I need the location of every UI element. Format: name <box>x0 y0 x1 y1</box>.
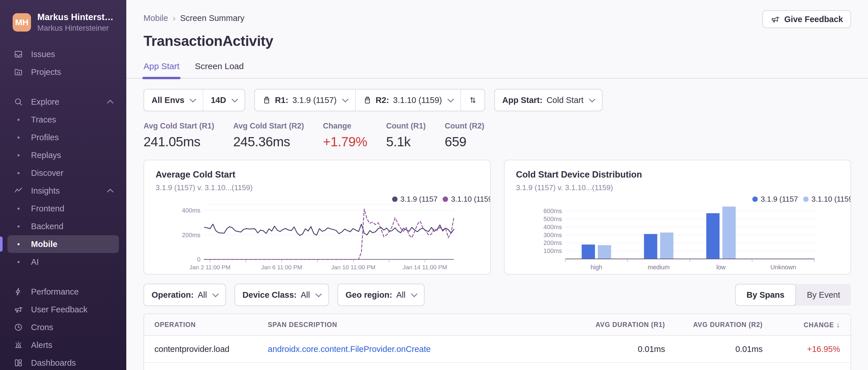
sidebar-item-ai[interactable]: AI <box>7 253 119 271</box>
sidebar-item-label: AI <box>31 257 39 267</box>
sort-descending-icon: ↓ <box>836 321 840 329</box>
svg-text:100ms: 100ms <box>544 247 562 255</box>
chart-subtitle: 3.1.9 (1157) v. 3.1.10...(1159) <box>516 183 839 192</box>
column-header-change[interactable]: Change↓ <box>763 321 840 329</box>
svg-text:300ms: 300ms <box>544 232 562 239</box>
give-feedback-label: Give Feedback <box>784 14 843 24</box>
sidebar-item-backend[interactable]: Backend <box>7 217 119 235</box>
chevron-down-icon <box>589 96 596 103</box>
tab-screen-load[interactable]: Screen Load <box>195 61 244 78</box>
sidebar-item-label: User Feedback <box>31 305 88 314</box>
sidebar-item-dashboards[interactable]: Dashboards <box>7 354 119 370</box>
filter-label: Geo region: <box>346 290 392 300</box>
filter-label: Device Class: <box>243 290 297 300</box>
stat-value: 5.1k <box>386 134 426 149</box>
operation-filter[interactable]: Operation:All <box>144 284 226 306</box>
svg-text:600ms: 600ms <box>544 208 562 214</box>
table-row <box>144 363 850 370</box>
breadcrumb-current: Screen Summary <box>180 13 244 23</box>
user-subtitle: Markus Hintersteiner <box>37 24 113 33</box>
sidebar-item-frontend[interactable]: Frontend <box>7 200 119 217</box>
sidebar-item-issues[interactable]: Issues <box>7 45 119 63</box>
column-header-operation[interactable]: Operation <box>154 321 268 329</box>
device-class-filter[interactable]: Device Class:All <box>235 284 329 306</box>
bullet-icon <box>14 150 23 160</box>
bullet-icon <box>14 133 23 142</box>
avg-cold-start-chart-card: Average Cold Start 3.1.9 (1157) v. 3.1.1… <box>144 160 491 274</box>
breadcrumb-parent[interactable]: Mobile <box>144 13 168 23</box>
filter-value: All <box>198 290 207 300</box>
release2-label: R2: <box>376 96 389 105</box>
chevron-down-icon <box>315 291 322 297</box>
release2-filter[interactable]: R2: 3.1.10 (1159) <box>355 90 460 111</box>
app-start-type-dropdown[interactable]: App Start: Cold Start <box>495 90 602 111</box>
release1-filter[interactable]: R1: 3.1.9 (1157) <box>255 90 355 111</box>
stat-label: Avg Cold Start (R2) <box>234 122 304 131</box>
svg-text:Jan 10 11:00 PM: Jan 10 11:00 PM <box>331 264 375 270</box>
svg-text:500ms: 500ms <box>544 216 562 223</box>
filter-value: All <box>396 290 405 300</box>
sidebar-item-label: Insights <box>31 186 60 196</box>
bullet-icon <box>14 239 23 249</box>
sidebar-item-crons[interactable]: Crons <box>7 318 119 336</box>
give-feedback-button[interactable]: Give Feedback <box>763 10 851 28</box>
topbar: Mobile › Screen Summary Give Feedback <box>144 10 851 28</box>
sidebar-item-projects[interactable]: Projects <box>7 63 119 81</box>
sidebar-item-label: Backend <box>31 222 63 231</box>
release-icon <box>363 96 372 104</box>
stat-avg-cold-start-r1-: Avg Cold Start (R1)241.05ms <box>144 122 214 149</box>
bullet-icon <box>14 168 23 177</box>
span-description-link[interactable]: androidx.core.content.FileProvider.onCre… <box>268 344 431 354</box>
performance-icon <box>14 287 23 296</box>
svg-text:Unknown: Unknown <box>770 264 796 271</box>
operation-cell: contentprovider.load <box>154 344 268 354</box>
main-content: Mobile › Screen Summary Give Feedback Tr… <box>126 0 868 370</box>
user-name: Markus Hinterst… <box>37 12 113 22</box>
svg-text:Jan 2 11:00 PM: Jan 2 11:00 PM <box>189 264 230 270</box>
svg-text:200ms: 200ms <box>182 232 200 239</box>
by-event-toggle[interactable]: By Event <box>796 284 851 306</box>
chevron-up-icon <box>107 100 114 106</box>
change-cell: +16.95% <box>763 344 840 354</box>
svg-text:Jan 6 11:00 PM: Jan 6 11:00 PM <box>261 264 302 270</box>
explore-icon <box>14 97 23 106</box>
app-start-type-label: App Start: <box>502 96 542 105</box>
sidebar-item-insights[interactable]: Insights <box>7 182 119 200</box>
sidebar-item-user-feedback[interactable]: User Feedback <box>7 301 119 318</box>
sidebar-item-label: Explore <box>31 97 59 107</box>
user-menu[interactable]: MH Markus Hinterst… Markus Hintersteiner <box>0 0 126 33</box>
column-header-avg-duration-r1-[interactable]: Avg Duration (R1) <box>567 321 665 329</box>
sidebar-item-alerts[interactable]: Alerts <box>7 336 119 354</box>
stat-label: Avg Cold Start (R1) <box>144 122 214 131</box>
sidebar-item-label: Crons <box>31 323 53 332</box>
span-filter-row: Operation:AllDevice Class:AllGeo region:… <box>144 284 851 306</box>
by-spans-toggle[interactable]: By Spans <box>735 284 796 306</box>
device-distribution-chart-card: Cold Start Device Distribution 3.1.9 (11… <box>504 160 851 274</box>
release-icon <box>262 96 271 104</box>
sidebar-item-traces[interactable]: Traces <box>7 111 119 129</box>
chevron-down-icon <box>190 96 196 103</box>
svg-text:high: high <box>590 264 602 271</box>
avg-cold-start-line-chart: 0200ms400msJan 2 11:00 PMJan 6 11:00 PMJ… <box>150 201 485 272</box>
sidebar-item-discover[interactable]: Discover <box>7 164 119 182</box>
release1-label: R1: <box>275 96 288 105</box>
tab-app-start[interactable]: App Start <box>144 61 179 78</box>
sidebar-item-replays[interactable]: Replays <box>7 146 119 164</box>
svg-text:400ms: 400ms <box>182 207 200 214</box>
avatar: MH <box>12 13 31 32</box>
chevron-down-icon <box>447 96 454 103</box>
sidebar-item-mobile[interactable]: Mobile <box>7 235 119 253</box>
sidebar-item-profiles[interactable]: Profiles <box>7 129 119 146</box>
view-toggle: By Spans By Event <box>735 284 851 306</box>
svg-text:0: 0 <box>197 256 200 263</box>
sidebar-item-explore[interactable]: Explore <box>7 93 119 111</box>
geo-region-filter[interactable]: Geo region:All <box>338 284 425 306</box>
sidebar-item-performance[interactable]: Performance <box>7 283 119 301</box>
env-filter[interactable]: All Envs <box>144 90 203 111</box>
column-header-avg-duration-r2-[interactable]: Avg Duration (R2) <box>665 321 763 329</box>
env-period-filter: All Envs 14D <box>144 89 245 111</box>
period-filter[interactable]: 14D <box>203 90 244 111</box>
stat-count-r2-: Count (R2)659 <box>445 122 484 149</box>
swap-releases-button[interactable] <box>460 90 485 111</box>
column-header-span-description[interactable]: Span Description <box>268 321 567 329</box>
